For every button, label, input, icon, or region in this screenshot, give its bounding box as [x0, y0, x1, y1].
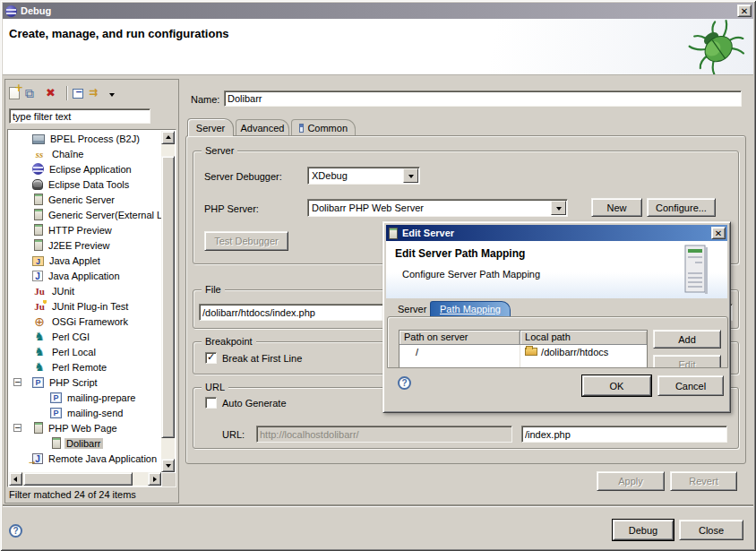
- dialog-tab-path-mapping[interactable]: Path Mapping: [430, 301, 511, 316]
- tree-item-dolibarr[interactable]: Dolibarr: [9, 435, 161, 451]
- delete-icon[interactable]: ✖: [46, 86, 61, 100]
- tree-item-j2ee-preview[interactable]: J2EE Preview: [9, 237, 161, 253]
- auto-generate-checkbox[interactable]: [205, 397, 217, 409]
- scroll-left-icon[interactable]: [9, 472, 22, 486]
- tree-item-generic-server-external-la[interactable]: Generic Server(External La: [9, 207, 161, 222]
- tree-item-eclipse-application[interactable]: Eclipse Application: [9, 161, 161, 176]
- tree-item-mailing-prepare[interactable]: mailing-prepare: [9, 390, 161, 405]
- tree-item-label: Chaîne: [50, 149, 85, 159]
- dialog-help-icon[interactable]: ?: [398, 376, 411, 390]
- collapse-all-icon[interactable]: [73, 89, 83, 99]
- help-icon[interactable]: ?: [9, 524, 22, 538]
- test-debugger-button[interactable]: Test Debugger: [204, 231, 288, 251]
- bpel-icon: [32, 134, 45, 144]
- window-close-icon[interactable]: ✕: [737, 4, 752, 17]
- mapping-row[interactable]: //dolibarr/htdocs: [399, 345, 647, 358]
- tree-item-java-applet[interactable]: Java Applet: [9, 253, 161, 268]
- url-path-input[interactable]: [521, 426, 727, 443]
- server-debugger-chevron-down-icon[interactable]: [403, 168, 418, 183]
- server-icon: [34, 209, 43, 220]
- tree-item-junit[interactable]: JUnit: [9, 283, 161, 298]
- configure-button[interactable]: Configure...: [647, 198, 716, 217]
- close-button[interactable]: Close: [679, 520, 743, 540]
- tree-expander-minus-icon[interactable]: −: [13, 424, 21, 432]
- tree-item-perl-cgi[interactable]: Perl CGI: [9, 329, 161, 344]
- filter-menu-chevron-icon[interactable]: [109, 93, 115, 99]
- table-body: //dolibarr/htdocs: [399, 345, 647, 358]
- database-icon: [32, 179, 43, 190]
- tree-item-eclipse-data-tools[interactable]: Eclipse Data Tools: [9, 176, 161, 192]
- apply-button[interactable]: Apply: [597, 471, 665, 491]
- tab-common[interactable]: Common: [291, 119, 356, 136]
- auto-generate-label: Auto Generate: [222, 398, 287, 409]
- filter-icon[interactable]: ⇉: [89, 86, 104, 100]
- tree-expander-minus-icon[interactable]: −: [13, 378, 21, 386]
- tree-item-php-script[interactable]: −PHP Script: [9, 375, 161, 390]
- perl-icon: [32, 331, 47, 343]
- perl-icon: [32, 346, 47, 358]
- tree-item-java-application[interactable]: Java Application: [9, 268, 161, 283]
- tree-item-cha-ne[interactable]: Chaîne: [9, 146, 161, 161]
- debug-button[interactable]: Debug: [613, 520, 674, 540]
- config-sidebar: ⧉ ✖ ⇉ BPEL Process (B2J)ChaîneEclipse Ap…: [4, 79, 179, 504]
- eclipse-logo-icon: [5, 5, 17, 17]
- filter-status: Filter matched 24 of 24 items: [9, 489, 136, 500]
- scroll-down-icon[interactable]: [161, 459, 175, 472]
- dialog-close-icon[interactable]: ✕: [711, 227, 726, 239]
- tab-server[interactable]: Server: [187, 118, 234, 136]
- server-icon: [34, 422, 43, 434]
- cancel-button[interactable]: Cancel: [657, 375, 724, 396]
- window-titlebar[interactable]: Debug ✕: [3, 3, 753, 19]
- tree-item-remote-java-application[interactable]: Remote Java Application: [9, 451, 161, 466]
- tree-horizontal-scrollbar[interactable]: [9, 472, 161, 486]
- server-debugger-label: Server Debugger:: [204, 171, 282, 182]
- url-base-input[interactable]: [256, 426, 512, 443]
- tree-item-php-web-page[interactable]: −PHP Web Page: [9, 420, 161, 435]
- tree-item-label: HTTP Preview: [47, 225, 114, 236]
- tree-vertical-scrollbar[interactable]: [161, 131, 175, 472]
- tab-server-label: Server: [196, 123, 225, 133]
- tree-item-label: mailing-send: [65, 408, 125, 418]
- column-local-path[interactable]: Local path: [520, 331, 647, 345]
- url-group-title: URL: [202, 382, 228, 392]
- tree-item-mailing-send[interactable]: mailing-send: [9, 405, 161, 420]
- local-path-value: /dolibarr/htdocs: [541, 347, 608, 357]
- tree-item-osgi-framework[interactable]: OSGi Framework: [9, 314, 161, 329]
- tree-item-bpel-process-b2j[interactable]: BPEL Process (B2J): [9, 131, 161, 146]
- osgi-icon: [32, 315, 47, 328]
- tree-item-http-preview[interactable]: HTTP Preview: [9, 222, 161, 237]
- tree-item-junit-plug-in-test[interactable]: JUnit Plug-in Test: [9, 298, 161, 314]
- duplicate-icon[interactable]: ⧉: [25, 86, 40, 100]
- php-server-value: Dolibarr PHP Web Server: [308, 202, 550, 213]
- tab-advanced[interactable]: Advanced: [236, 119, 289, 136]
- debug-window: Debug ✕ Create, manage, and run configur…: [0, 0, 756, 551]
- php-server-select[interactable]: Dolibarr PHP Web Server: [307, 199, 568, 217]
- server-debugger-select[interactable]: XDebug: [307, 167, 420, 185]
- path-mapping-table[interactable]: Path on server Local path //dolibarr/htd…: [399, 330, 648, 368]
- table-empty-row: [399, 358, 647, 368]
- break-first-line-checkbox[interactable]: [205, 352, 217, 364]
- scroll-up-icon[interactable]: [161, 131, 175, 144]
- tree-item-label: OSGi Framework: [50, 316, 130, 327]
- revert-button[interactable]: Revert: [670, 471, 737, 491]
- horizontal-scroll-thumb[interactable]: [23, 472, 133, 486]
- vertical-scroll-thumb[interactable]: [161, 156, 175, 438]
- new-configuration-icon[interactable]: [9, 87, 20, 99]
- php-server-chevron-down-icon[interactable]: [551, 201, 566, 215]
- add-mapping-button[interactable]: Add: [653, 330, 721, 349]
- configuration-treebox: BPEL Process (B2J)ChaîneEclipse Applicat…: [7, 129, 176, 487]
- tab-advanced-label: Advanced: [241, 123, 285, 133]
- tree-item-generic-server[interactable]: Generic Server: [9, 192, 161, 207]
- dialog-titlebar[interactable]: Edit Server ✕: [386, 225, 727, 241]
- tree-item-perl-remote[interactable]: Perl Remote: [9, 359, 161, 375]
- dialog-subheading: Configure Server Path Mapping: [402, 269, 540, 280]
- name-input[interactable]: [224, 90, 742, 107]
- tree-item-perl-local[interactable]: Perl Local: [9, 344, 161, 359]
- edit-mapping-button[interactable]: Edit: [653, 355, 721, 368]
- column-path-on-server[interactable]: Path on server: [399, 331, 520, 345]
- new-server-button[interactable]: New: [591, 198, 642, 217]
- filter-input[interactable]: [9, 108, 150, 124]
- scroll-right-icon[interactable]: [148, 472, 161, 486]
- ok-button[interactable]: OK: [582, 375, 651, 396]
- dialog-tab-server[interactable]: Server: [389, 301, 435, 316]
